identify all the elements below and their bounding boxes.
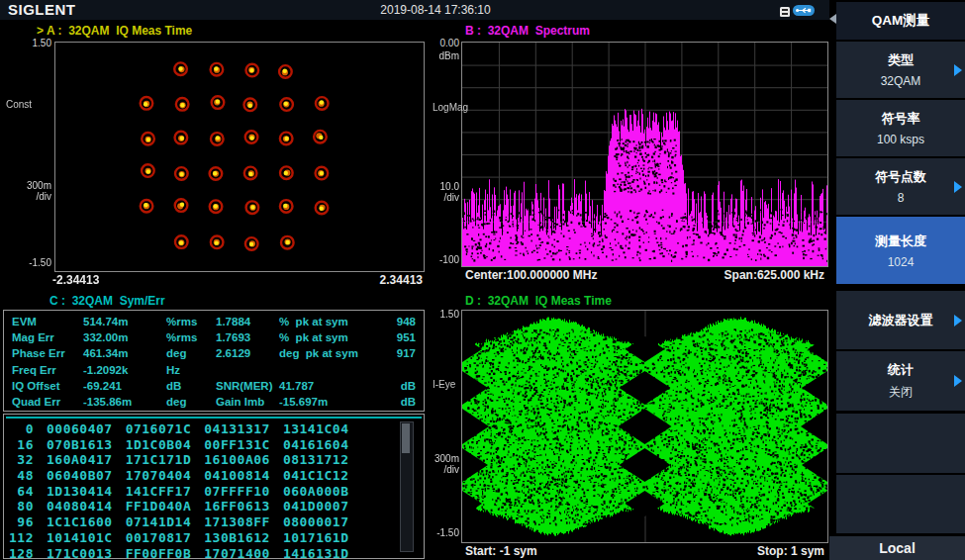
eye-diagram-canvas [462,311,827,542]
storage-icon [779,4,791,22]
symbol-hex-group: 041D0007 [283,499,349,514]
symbol-scrollbar-thumb[interactable] [402,423,410,453]
menu-header: QAM测量 [836,2,965,40]
symbol-hex-group: 1014101C [47,530,113,546]
a-x-left-tick: -2.34413 [52,273,99,287]
symbol-hex-table: 0000604070716071C0413131713141C0416070B1… [8,421,349,560]
d-stop-label: Stop: 1 sym [713,544,824,558]
siglent-logo: SIGLENT [8,1,76,18]
analyzer-screen: SIGLENT 2019-08-14 17:36:10 > A : 32QAM … [0,0,965,560]
symbol-hex-group: 00170817 [126,530,192,546]
b-y-scale-unit: /div [426,192,459,203]
measurement-row: Phase Err461.34mdeg2.6129deg pk at sym91… [12,347,416,363]
symbol-index: 32 [8,452,34,468]
symbol-hex-group: 16FF0613 [204,499,270,514]
symbol-hex-group: 070B1613 [47,437,113,453]
softkey-类型[interactable]: 类型32QAM [836,42,965,98]
constellation-canvas [55,43,424,271]
b-center-freq: Center:100.000000 MHz [465,268,597,282]
menu-collapse-icon[interactable] [829,14,836,24]
softkey-测量长度[interactable]: 测量长度1024 [836,217,965,284]
spectrum-plot[interactable] [461,42,828,267]
symbol-hex-group: 0716071C [126,421,192,437]
symbol-row: 4806040B071707040404100814041C1C12 [8,468,349,484]
symbol-index: 112 [8,530,34,546]
softkey-符号率[interactable]: 符号率100 ksps [836,100,965,156]
b-span: Span:625.000 kHz [693,268,824,282]
d-y-bottom-tick: -1.50 [426,527,459,538]
symbol-table-box[interactable]: 0000604070716071C0413131713141C0416070B1… [3,414,425,559]
panel-d-title: D : 32QAM IQ Meas Time [465,294,612,308]
symbol-hex-group: 130B1612 [204,530,270,546]
d-y-axis-label: I-Eye [433,379,455,390]
symbol-scrollbar[interactable] [400,421,414,552]
symbol-hex-group: 171C171D [126,452,192,468]
symbol-hex-group: 08131712 [283,452,349,468]
constellation-plot[interactable] [54,42,425,272]
submenu-arrow-icon [954,64,962,76]
symbol-table-divider [6,417,422,419]
symbol-hex-group: 160A0417 [47,452,113,468]
symbol-hex-group: 00060407 [47,421,113,437]
measurement-table: EVM514.74m%rms1.7884% pk at sym948Mag Er… [12,316,416,412]
symbol-hex-group: 171308FF [204,514,270,530]
top-bar: SIGLENT 2019-08-14 17:36:10 [0,0,829,20]
measurement-row: Mag Err332.00m%rms1.7693% pk at sym951 [12,331,416,347]
a-y-scale: 300m [16,180,51,191]
local-button[interactable]: Local [829,536,965,560]
symbol-hex-group: 06040B07 [47,468,113,484]
symbol-index: 96 [8,514,34,530]
symbol-index: 64 [8,484,34,500]
d-start-label: Start: -1 sym [465,544,537,558]
b-y-axis-label: LogMag [433,102,468,113]
d-y-scale-unit: /div [426,464,459,475]
b-ref-level: 0.00 [426,38,459,48]
symbol-row: 641D130414141CFF1707FFFF10060A000B [8,484,349,500]
eye-diagram-plot[interactable] [461,310,828,543]
symbol-hex-group: 1017161D [283,530,349,546]
measurement-box[interactable]: EVM514.74m%rms1.7884% pk at sym948Mag Er… [3,310,425,412]
symbol-hex-group: 141CFF17 [126,484,192,500]
a-x-right-tick: 2.34413 [356,273,423,287]
symbol-row: 0000604070716071C0413131713141C04 [8,421,349,437]
b-y-scale: 10.0 [426,181,459,192]
usb-icon [793,3,815,21]
symbol-hex-group: FF1D040A [126,499,192,514]
symbol-hex-group: 041C1C12 [283,468,349,484]
symbol-hex-group: 04100814 [204,468,270,484]
softkey-符号点数[interactable]: 符号点数8 [836,158,965,215]
symbol-hex-group: 17071400 [204,546,270,560]
symbol-hex-group: 00FF131C [204,437,270,453]
symbol-hex-group: 16100A06 [204,452,270,468]
symbol-index: 80 [8,499,34,514]
panel-c-title: C : 32QAM Sym/Err [49,294,165,308]
b-y-bottom-tick: -100 [426,254,459,265]
symbol-row: 128171C0013FF00FF0B170714001416131D [8,546,349,560]
softkey-统计[interactable]: 统计关闭 [836,351,965,411]
symbol-hex-group: 1D1C0B04 [126,437,192,453]
symbol-index: 0 [8,421,34,437]
symbol-hex-group: 07FFFF10 [204,484,270,500]
symbol-hex-group: 04161604 [283,437,349,453]
symbol-hex-group: 171C0013 [47,546,113,560]
active-window-marker: > [37,24,44,38]
spectrum-canvas [462,43,827,266]
symbol-hex-group: 1C1C1600 [47,514,113,530]
symbol-hex-group: 04131317 [204,421,270,437]
symbol-row: 32160A0417171C171D16100A0608131712 [8,452,349,468]
softkey-menu: QAM测量 类型32QAM符号率100 ksps符号点数8测量长度1024滤波器… [829,0,965,560]
softkey-滤波器设置[interactable]: 滤波器设置 [836,291,965,349]
symbol-hex-group: 04080414 [47,499,113,514]
submenu-arrow-icon [954,181,962,193]
d-y-scale: 300m [426,453,459,464]
submenu-arrow-icon [954,375,962,387]
softkey-blank-7 [836,475,965,533]
measurement-row: EVM514.74m%rms1.7884% pk at sym948 [12,316,416,331]
a-y-axis-label: Const [6,99,32,110]
symbol-hex-group: 13141C04 [283,421,349,437]
symbol-row: 8004080414FF1D040A16FF0613041D0007 [8,499,349,514]
datetime-label: 2019-08-14 17:36:10 [337,3,534,17]
b-ref-unit: dBm [426,50,459,61]
panel-b-title: B : 32QAM Spectrum [465,24,590,38]
symbol-index: 16 [8,437,34,453]
